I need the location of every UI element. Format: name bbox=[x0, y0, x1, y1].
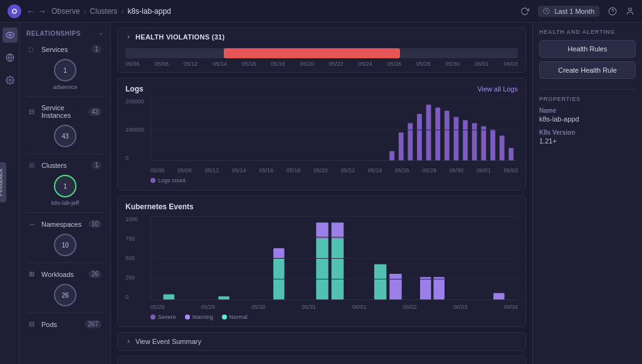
pods-section: ⊟ Pods 267 bbox=[20, 317, 110, 331]
svg-rect-25 bbox=[273, 248, 285, 257]
warning-label: Warning bbox=[192, 314, 213, 320]
svg-rect-22 bbox=[164, 294, 175, 299]
name-property-label: Name bbox=[539, 107, 636, 114]
svg-point-7 bbox=[9, 79, 11, 81]
namespaces-icon: ↔ bbox=[29, 221, 38, 228]
logs-chart-header: Logs View all Logs bbox=[125, 85, 518, 93]
svg-rect-16 bbox=[463, 120, 468, 160]
logs-count-label: Logs count bbox=[158, 177, 186, 184]
k8s-events-title: Kubernetes Events bbox=[125, 202, 194, 211]
timeline-bar bbox=[125, 48, 518, 58]
view-event-summary-label: View Event Summary bbox=[135, 338, 201, 345]
right-sidebar-divider bbox=[539, 89, 636, 90]
logs-chart-area: 200000 100000 0 bbox=[125, 98, 518, 174]
namespaces-node[interactable]: 10 bbox=[54, 234, 76, 256]
svg-point-4 bbox=[9, 34, 11, 36]
logs-legend: Logs count bbox=[125, 177, 518, 184]
adservice-node[interactable]: 1 bbox=[54, 59, 76, 81]
settings-nav-icon[interactable] bbox=[3, 73, 18, 88]
workloads-item[interactable]: ⊞ Workloads 26 bbox=[23, 267, 108, 281]
help-button[interactable] bbox=[608, 7, 617, 16]
workloads-count: 26 bbox=[88, 270, 102, 278]
svg-rect-17 bbox=[472, 123, 477, 160]
namespaces-children: 10 bbox=[20, 231, 110, 259]
health-alerting-title: HEALTH AND ALERTING bbox=[539, 29, 636, 35]
normal-dot bbox=[222, 315, 227, 320]
time-range-selector[interactable]: Last 1 Month bbox=[538, 6, 599, 17]
services-count: 1 bbox=[92, 45, 102, 53]
breadcrumb-sep2: › bbox=[121, 7, 124, 16]
service-instances-item[interactable]: ⊟ Service Instances 43 bbox=[23, 101, 108, 122]
right-sidebar: HEALTH AND ALERTING Health Rules Create … bbox=[532, 23, 642, 364]
clusters-item[interactable]: ◎ Clusters 1 bbox=[23, 158, 108, 172]
pods-count: 267 bbox=[85, 320, 102, 328]
workloads-section: ⊞ Workloads 26 26 bbox=[20, 267, 110, 309]
breadcrumb-clusters[interactable]: Clusters bbox=[90, 7, 117, 16]
main-content: HEALTH VIOLATIONS (31) 05/06 05/08 05/12… bbox=[111, 23, 532, 364]
back-button[interactable]: ← bbox=[26, 6, 35, 16]
timeline-dates: 05/06 05/08 05/12 05/14 05/16 05/18 05/2… bbox=[125, 61, 518, 67]
k8s-version-label: K8s Version bbox=[539, 129, 636, 136]
logs-chart-section: Logs View all Logs 200000 100000 0 bbox=[117, 78, 526, 190]
svg-rect-34 bbox=[493, 293, 505, 299]
svg-rect-13 bbox=[435, 108, 440, 160]
svg-rect-18 bbox=[482, 127, 487, 160]
adservice-label: adservice bbox=[53, 84, 78, 90]
cluster-node[interactable]: 1 bbox=[54, 175, 76, 197]
logo[interactable]: O bbox=[8, 4, 21, 18]
warning-dot bbox=[185, 315, 190, 320]
services-icon: □ bbox=[29, 46, 38, 53]
forward-button[interactable]: → bbox=[38, 6, 46, 16]
observe-nav-icon[interactable] bbox=[3, 28, 18, 43]
k8s-y-labels: 1000 750 500 250 0 bbox=[125, 216, 149, 300]
logs-x-labels: 05/06 05/08 05/12 05/14 05/16 05/18 05/2… bbox=[150, 167, 518, 174]
health-rules-button[interactable]: Health Rules bbox=[539, 40, 636, 58]
namespaces-section: ↔ Namespaces 10 10 bbox=[20, 217, 110, 259]
breadcrumb-observe[interactable]: Observe bbox=[51, 7, 80, 16]
main-layout: RELATIONSHIPS □ Services 1 1 adservice ⊟… bbox=[0, 23, 642, 364]
pods-item[interactable]: ⊟ Pods 267 bbox=[23, 317, 108, 331]
logs-count-dot bbox=[150, 178, 155, 183]
service-instances-label: Service Instances bbox=[41, 104, 85, 119]
service-instances-node[interactable]: 43 bbox=[54, 125, 76, 147]
feedback-tab[interactable]: Feedback bbox=[0, 162, 6, 202]
normal-label: Normal bbox=[229, 314, 248, 320]
logs-y-labels: 200000 100000 0 bbox=[125, 98, 149, 161]
nav-arrows: ← → bbox=[26, 6, 46, 16]
relationships-panel: RELATIONSHIPS □ Services 1 1 adservice ⊟… bbox=[20, 23, 111, 364]
logs-chart-plot bbox=[150, 98, 518, 161]
health-violations-title: HEALTH VIOLATIONS (31) bbox=[135, 33, 224, 41]
pods-icon: ⊟ bbox=[29, 320, 38, 328]
logs-count-legend: Logs count bbox=[150, 177, 186, 184]
breadcrumb: Observe › Clusters › k8s-lab-appd bbox=[51, 7, 171, 16]
refresh-button[interactable] bbox=[520, 7, 529, 16]
svg-rect-23 bbox=[218, 296, 229, 299]
pods-label: Pods bbox=[41, 321, 81, 328]
namespaces-count: 10 bbox=[88, 220, 102, 228]
create-health-rule-button[interactable]: Create Health Rule bbox=[539, 61, 636, 79]
chevron-right-icon bbox=[125, 34, 132, 40]
severe-dot bbox=[150, 315, 155, 320]
svg-rect-26 bbox=[316, 239, 329, 299]
logs-chart-title: Logs bbox=[125, 85, 144, 93]
workloads-node[interactable]: 26 bbox=[54, 284, 76, 306]
globe-nav-icon[interactable] bbox=[3, 50, 18, 65]
clusters-section: ◎ Clusters 1 1 k8s-lab-jeff bbox=[20, 158, 110, 209]
topbar-right: Last 1 Month bbox=[520, 6, 634, 17]
timeline-bar-red bbox=[224, 48, 401, 58]
services-item[interactable]: □ Services 1 bbox=[23, 42, 108, 56]
view-event-summary[interactable]: View Event Summary bbox=[117, 332, 526, 351]
cluster-label: k8s-lab-jeff bbox=[51, 200, 79, 206]
svg-rect-14 bbox=[445, 111, 450, 160]
health-violations-timeline: 05/06 05/08 05/12 05/14 05/16 05/18 05/2… bbox=[118, 46, 525, 72]
breadcrumb-sep1: › bbox=[83, 7, 86, 16]
svg-point-3 bbox=[629, 8, 632, 11]
namespaces-item[interactable]: ↔ Namespaces 10 bbox=[23, 217, 108, 231]
health-violations-header[interactable]: HEALTH VIOLATIONS (31) bbox=[118, 28, 525, 46]
svg-rect-29 bbox=[332, 222, 344, 239]
svg-rect-11 bbox=[417, 114, 422, 160]
k8s-version-value: 1.21+ bbox=[539, 137, 636, 145]
view-all-logs-link[interactable]: View all Logs bbox=[477, 85, 518, 93]
user-button[interactable] bbox=[626, 7, 634, 16]
clusters-count: 1 bbox=[92, 161, 102, 169]
